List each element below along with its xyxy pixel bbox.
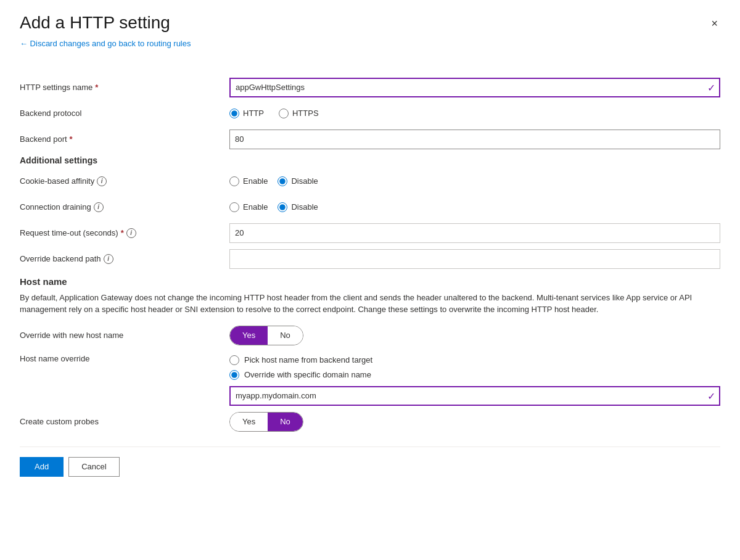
http-settings-name-label: HTTP settings name * bbox=[20, 83, 229, 92]
required-marker: * bbox=[95, 83, 98, 92]
override-host-name-toggle: Yes No bbox=[229, 326, 303, 345]
request-timeout-input[interactable] bbox=[229, 223, 720, 243]
http-settings-name-row: HTTP settings name * ✓ bbox=[20, 78, 720, 97]
cancel-button[interactable]: Cancel bbox=[68, 457, 119, 477]
override-backend-path-row: Override backend path i bbox=[20, 249, 720, 269]
domain-check-mark-icon: ✓ bbox=[707, 390, 715, 401]
pick-host-name-radio[interactable] bbox=[229, 355, 239, 365]
protocol-http-radio[interactable] bbox=[229, 109, 239, 118]
create-custom-probes-yes-button[interactable]: Yes bbox=[230, 413, 268, 431]
back-link[interactable]: ← Discard changes and go back to routing… bbox=[20, 39, 191, 48]
connection-draining-disable-option[interactable]: Disable bbox=[278, 202, 318, 212]
add-button[interactable]: Add bbox=[20, 457, 64, 477]
create-custom-probes-row: Create custom probes Yes No bbox=[20, 412, 720, 432]
create-custom-probes-toggle: Yes No bbox=[229, 412, 303, 432]
backend-protocol-label: Backend protocol bbox=[20, 109, 229, 118]
backend-port-label: Backend port * bbox=[20, 134, 229, 144]
footer-divider bbox=[20, 447, 720, 447]
host-name-heading: Host name bbox=[20, 276, 720, 287]
host-name-description: By default, Application Gateway does not… bbox=[20, 292, 698, 316]
add-http-setting-panel: Add a HTTP setting × ← Discard changes a… bbox=[0, 0, 740, 560]
panel-title: Add a HTTP setting bbox=[20, 12, 170, 33]
domain-name-input[interactable] bbox=[229, 386, 720, 406]
override-specific-domain-option[interactable]: Override with specific domain name bbox=[229, 370, 372, 380]
create-custom-probes-no-button[interactable]: No bbox=[268, 413, 303, 431]
override-specific-domain-radio[interactable] bbox=[229, 370, 239, 380]
request-timeout-row: Request time-out (seconds) * i bbox=[20, 223, 720, 243]
request-timeout-info-icon[interactable]: i bbox=[126, 228, 136, 238]
connection-draining-disable-label: Disable bbox=[291, 202, 318, 212]
host-name-override-options: Pick host name from backend target Overr… bbox=[229, 355, 372, 380]
cookie-affinity-label: Cookie-based affinity i bbox=[20, 176, 229, 186]
override-backend-path-info-icon[interactable]: i bbox=[104, 254, 113, 264]
protocol-http-label: HTTP bbox=[243, 109, 264, 118]
backend-port-row: Backend port * bbox=[20, 130, 720, 149]
override-backend-path-label: Override backend path i bbox=[20, 254, 229, 264]
host-name-override-row: Host name override Pick host name from b… bbox=[20, 352, 720, 380]
protocol-https-label: HTTPS bbox=[292, 109, 319, 118]
cookie-affinity-row: Cookie-based affinity i Enable Disable bbox=[20, 171, 720, 191]
connection-draining-label: Connection draining i bbox=[20, 202, 229, 212]
cookie-affinity-enable-radio[interactable] bbox=[229, 176, 239, 186]
request-timeout-label: Request time-out (seconds) * i bbox=[20, 228, 229, 238]
http-settings-name-input[interactable] bbox=[229, 78, 720, 97]
host-name-section: Host name By default, Application Gatewa… bbox=[20, 276, 720, 432]
backend-protocol-row: Backend protocol HTTP HTTPS bbox=[20, 104, 720, 123]
pick-host-name-option[interactable]: Pick host name from backend target bbox=[229, 355, 372, 365]
cookie-affinity-enable-option[interactable]: Enable bbox=[229, 176, 268, 186]
cookie-affinity-enable-label: Enable bbox=[243, 176, 268, 186]
override-host-name-yes-button[interactable]: Yes bbox=[230, 326, 268, 345]
connection-draining-enable-radio[interactable] bbox=[229, 202, 239, 212]
override-host-name-row: Override with new host name Yes No bbox=[20, 326, 720, 345]
host-name-override-label: Host name override bbox=[20, 352, 229, 363]
check-mark-icon: ✓ bbox=[707, 81, 715, 93]
protocol-https-option[interactable]: HTTPS bbox=[279, 109, 319, 118]
additional-settings-heading: Additional settings bbox=[20, 155, 720, 165]
backend-port-input[interactable] bbox=[229, 130, 720, 149]
pick-host-name-label: Pick host name from backend target bbox=[244, 355, 372, 364]
footer-buttons: Add Cancel bbox=[20, 457, 720, 477]
override-host-name-label: Override with new host name bbox=[20, 331, 229, 340]
connection-draining-row: Connection draining i Enable Disable bbox=[20, 197, 720, 217]
connection-draining-info-icon[interactable]: i bbox=[94, 202, 104, 212]
connection-draining-enable-label: Enable bbox=[243, 202, 268, 212]
panel-header: Add a HTTP setting × bbox=[20, 12, 720, 33]
override-backend-path-input[interactable] bbox=[229, 249, 720, 269]
create-custom-probes-label: Create custom probes bbox=[20, 417, 229, 426]
cookie-affinity-disable-radio[interactable] bbox=[278, 176, 287, 186]
cookie-affinity-disable-label: Disable bbox=[291, 176, 318, 186]
cookie-affinity-disable-option[interactable]: Disable bbox=[278, 176, 318, 186]
connection-draining-enable-option[interactable]: Enable bbox=[229, 202, 268, 212]
cookie-affinity-info-icon[interactable]: i bbox=[97, 176, 107, 186]
close-button[interactable]: × bbox=[709, 15, 720, 33]
override-host-name-no-button[interactable]: No bbox=[268, 326, 303, 345]
override-specific-domain-label: Override with specific domain name bbox=[244, 370, 371, 379]
domain-name-row: ✓ bbox=[20, 386, 720, 406]
protocol-http-option[interactable]: HTTP bbox=[229, 109, 264, 118]
connection-draining-disable-radio[interactable] bbox=[278, 202, 287, 212]
protocol-https-radio[interactable] bbox=[279, 109, 289, 118]
